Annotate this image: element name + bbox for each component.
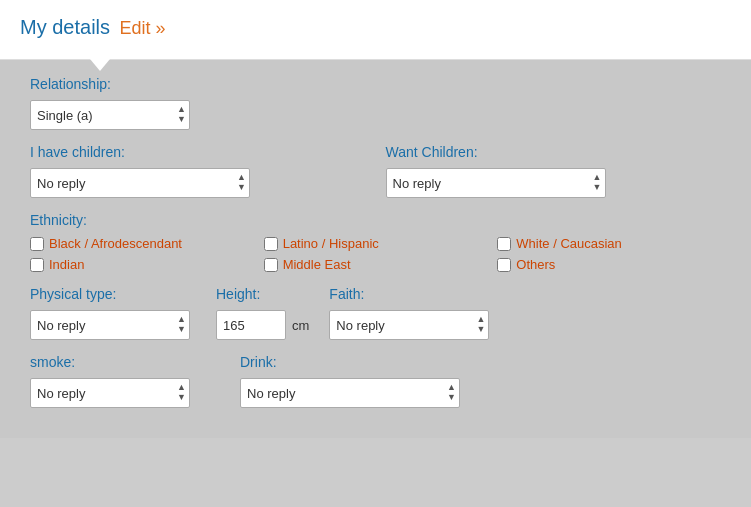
smoke-select[interactable]: No reply (30, 378, 190, 408)
want-children-label: Want Children: (386, 144, 722, 160)
smoke-label: smoke: (30, 354, 190, 370)
ethnicity-latino-checkbox[interactable] (264, 237, 278, 251)
ethnicity-middleeast: Middle East (264, 257, 488, 272)
have-children-col: I have children: No reply ▲ ▼ (30, 144, 366, 198)
ethnicity-indian: Indian (30, 257, 254, 272)
header: My details Edit » (0, 0, 751, 60)
ethnicity-indian-checkbox[interactable] (30, 258, 44, 272)
ethnicity-indian-label: Indian (49, 257, 84, 272)
physical-wrapper: No reply ▲ ▼ (30, 310, 190, 340)
height-col: Height: cm (216, 286, 309, 340)
ethnicity-black-checkbox[interactable] (30, 237, 44, 251)
ethnicity-latino-label: Latino / Hispanic (283, 236, 379, 251)
ethnicity-others-label: Others (516, 257, 555, 272)
height-row: cm (216, 310, 309, 340)
physical-select[interactable]: No reply (30, 310, 190, 340)
ethnicity-black: Black / Afrodescendant (30, 236, 254, 251)
faith-wrapper: No reply ▲ ▼ (329, 310, 489, 340)
relationship-label: Relationship: (30, 76, 721, 92)
ethnicity-white-checkbox[interactable] (497, 237, 511, 251)
bubble-arrow (90, 59, 110, 71)
faith-col: Faith: No reply ▲ ▼ (329, 286, 489, 340)
ethnicity-white-label: White / Caucasian (516, 236, 622, 251)
edit-link[interactable]: Edit » (120, 18, 166, 38)
have-children-label: I have children: (30, 144, 366, 160)
drink-select[interactable]: No reply (240, 378, 460, 408)
faith-label: Faith: (329, 286, 489, 302)
relationship-select-wrapper: Single (a) ▲ ▼ (30, 100, 190, 130)
want-children-col: Want Children: No reply ▲ ▼ (386, 144, 722, 198)
ethnicity-section: Ethnicity: Black / Afrodescendant Latino… (30, 212, 721, 272)
content-area: Relationship: Single (a) ▲ ▼ I have chil… (0, 60, 751, 438)
page-title: My details Edit » (20, 16, 731, 39)
relationship-select[interactable]: Single (a) (30, 100, 190, 130)
physical-label: Physical type: (30, 286, 190, 302)
faith-select[interactable]: No reply (329, 310, 489, 340)
relationship-section: Relationship: Single (a) ▲ ▼ (30, 76, 721, 130)
smoke-drink-section: smoke: No reply ▲ ▼ Drink: No reply ▲ ▼ (30, 354, 721, 408)
ethnicity-label: Ethnicity: (30, 212, 721, 228)
height-label: Height: (216, 286, 309, 302)
ethnicity-others-checkbox[interactable] (497, 258, 511, 272)
want-children-wrapper: No reply ▲ ▼ (386, 168, 606, 198)
ethnicity-middleeast-checkbox[interactable] (264, 258, 278, 272)
smoke-wrapper: No reply ▲ ▼ (30, 378, 190, 408)
have-children-select[interactable]: No reply (30, 168, 250, 198)
physical-col: Physical type: No reply ▲ ▼ (30, 286, 190, 340)
title-text: My details (20, 16, 110, 38)
ethnicity-white: White / Caucasian (497, 236, 721, 251)
ethnicity-others: Others (497, 257, 721, 272)
phys-height-faith-section: Physical type: No reply ▲ ▼ Height: cm F… (30, 286, 721, 340)
children-section: I have children: No reply ▲ ▼ Want Child… (30, 144, 721, 198)
drink-col: Drink: No reply ▲ ▼ (240, 354, 460, 408)
ethnicity-middleeast-label: Middle East (283, 257, 351, 272)
want-children-select[interactable]: No reply (386, 168, 606, 198)
drink-wrapper: No reply ▲ ▼ (240, 378, 460, 408)
ethnicity-black-label: Black / Afrodescendant (49, 236, 182, 251)
height-input[interactable] (216, 310, 286, 340)
smoke-col: smoke: No reply ▲ ▼ (30, 354, 190, 408)
ethnicity-latino: Latino / Hispanic (264, 236, 488, 251)
have-children-wrapper: No reply ▲ ▼ (30, 168, 250, 198)
ethnicity-grid: Black / Afrodescendant Latino / Hispanic… (30, 236, 721, 272)
cm-unit: cm (292, 318, 309, 333)
drink-label: Drink: (240, 354, 460, 370)
